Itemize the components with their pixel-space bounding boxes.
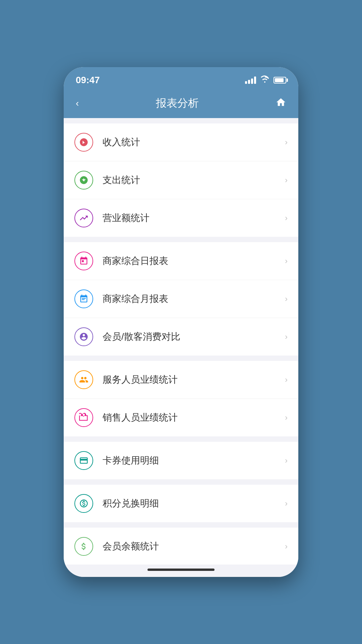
chevron-right-icon: › xyxy=(285,256,288,266)
sales-staff-item[interactable]: 销售人员业绩统计 › xyxy=(64,399,298,436)
monthly-report-label: 商家综合月报表 xyxy=(103,292,285,305)
member-compare-label: 会员/散客消费对比 xyxy=(103,330,285,343)
wifi-icon xyxy=(260,75,269,85)
points-exchange-item[interactable]: 积分兑换明细 › xyxy=(64,485,298,522)
member-compare-item[interactable]: 会员/散客消费对比 › xyxy=(64,318,298,356)
phone-frame: 09:47 ‹ 报表分析 xyxy=(64,67,298,577)
section-4: 卡券使用明细 › xyxy=(64,442,298,479)
member-balance-item[interactable]: 会员余额统计 › xyxy=(64,528,298,565)
home-button[interactable] xyxy=(276,97,286,110)
chevron-right-icon: › xyxy=(285,542,288,551)
back-button[interactable]: ‹ xyxy=(76,98,79,109)
service-staff-label: 服务人员业绩统计 xyxy=(103,373,285,386)
revenue-icon xyxy=(74,209,93,227)
status-time: 09:47 xyxy=(76,75,100,86)
service-staff-item[interactable]: 服务人员业绩统计 › xyxy=(64,361,298,399)
signal-icon xyxy=(245,76,256,84)
section-1: 收入统计 › 支出统计 › 营业额统计 › xyxy=(64,123,298,237)
card-detail-label: 卡券使用明细 xyxy=(103,454,285,467)
card-detail-item[interactable]: 卡券使用明细 › xyxy=(64,442,298,479)
member-compare-icon xyxy=(74,327,93,346)
daily-report-label: 商家综合日报表 xyxy=(103,255,285,267)
header: ‹ 报表分析 xyxy=(64,91,298,118)
income-stats-item[interactable]: 收入统计 › xyxy=(64,123,298,161)
expense-icon xyxy=(74,171,93,190)
service-staff-icon xyxy=(74,370,93,389)
chevron-right-icon: › xyxy=(285,332,288,341)
expense-stats-label: 支出统计 xyxy=(103,174,285,186)
income-icon xyxy=(74,133,93,152)
points-icon xyxy=(74,494,93,513)
home-indicator xyxy=(64,565,298,577)
daily-report-icon xyxy=(74,252,93,270)
chevron-right-icon: › xyxy=(285,294,288,304)
chevron-right-icon: › xyxy=(285,499,288,508)
member-balance-label: 会员余额统计 xyxy=(103,540,285,553)
section-5: 积分兑换明细 › xyxy=(64,485,298,522)
chevron-right-icon: › xyxy=(285,138,288,147)
home-bar xyxy=(147,569,215,571)
expense-stats-item[interactable]: 支出统计 › xyxy=(64,161,298,199)
sales-staff-icon xyxy=(74,408,93,427)
chevron-right-icon: › xyxy=(285,213,288,223)
chevron-right-icon: › xyxy=(285,413,288,422)
member-balance-icon xyxy=(74,537,93,556)
revenue-stats-label: 营业额统计 xyxy=(103,212,285,224)
card-icon xyxy=(74,451,93,470)
status-bar: 09:47 xyxy=(64,67,298,91)
monthly-report-icon xyxy=(74,289,93,308)
chevron-right-icon: › xyxy=(285,175,288,185)
section-3: 服务人员业绩统计 › 销售人员业绩统计 › xyxy=(64,361,298,436)
page-title: 报表分析 xyxy=(156,96,199,111)
section-6: 会员余额统计 › 会员余次统计 › 会员积分统计 xyxy=(64,528,298,565)
content-area: 收入统计 › 支出统计 › 营业额统计 › xyxy=(64,118,298,565)
monthly-report-item[interactable]: 商家综合月报表 › xyxy=(64,280,298,318)
daily-report-item[interactable]: 商家综合日报表 › xyxy=(64,242,298,280)
chevron-right-icon: › xyxy=(285,375,288,384)
section-2: 商家综合日报表 › 商家综合月报表 › 会员/散客消费对比 xyxy=(64,242,298,356)
status-icons xyxy=(245,75,286,85)
battery-icon xyxy=(274,77,286,84)
points-exchange-label: 积分兑换明细 xyxy=(103,497,285,510)
income-stats-label: 收入统计 xyxy=(103,136,285,149)
sales-staff-label: 销售人员业绩统计 xyxy=(103,411,285,424)
revenue-stats-item[interactable]: 营业额统计 › xyxy=(64,199,298,237)
chevron-right-icon: › xyxy=(285,456,288,465)
